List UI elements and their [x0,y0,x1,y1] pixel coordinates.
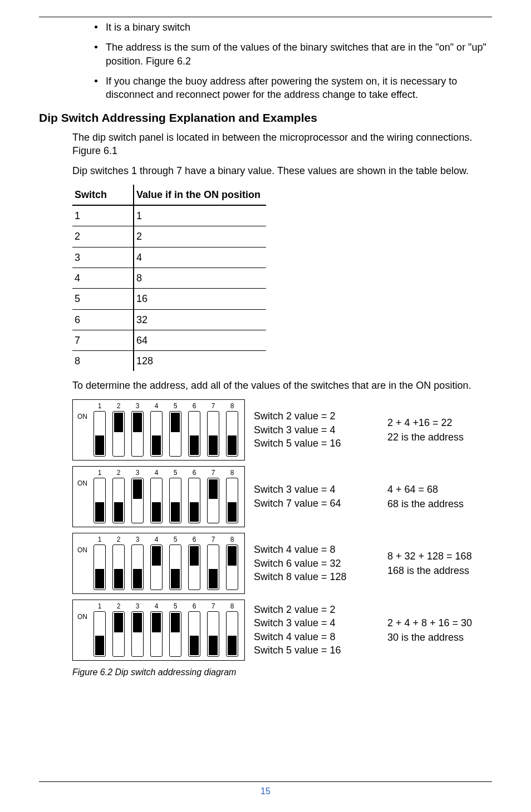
slot-track [207,611,219,657]
slot-number: 8 [230,402,234,410]
slot-number: 3 [136,469,140,477]
cell-value: 64 [134,330,266,350]
slot-knob [95,636,104,655]
on-label: ON [77,546,92,554]
slot-number: 5 [174,602,178,610]
dip-switch-slot: 5 [168,469,183,523]
dip-switch-slot: 3 [130,402,145,457]
dip-switch-slot: 3 [130,602,145,657]
on-label: ON [77,612,92,621]
slot-number: 5 [174,469,178,477]
paragraph: The dip switch panel is located in betwe… [72,131,492,158]
dip-switch-panel: ON12345678 [72,533,245,594]
slot-track [169,478,181,523]
slot-knob [152,435,161,455]
dip-switch-slot: 4 [149,402,164,457]
slot-track [207,478,219,523]
slot-knob [114,569,123,588]
slot-track [188,611,200,657]
slot-knob [228,636,237,655]
result-line: 168 is the address [387,563,492,578]
dip-result: 8 + 32 + 128 = 168168 is the address [387,549,492,578]
slot-knob [209,435,218,455]
bullet-list: It is a binary switch The address is the… [39,21,492,101]
slot-knob [190,546,199,566]
bullet-text: If you change the buoy address after pow… [106,76,457,100]
cell-switch: 3 [72,247,134,268]
dip-result: 2 + 4 +16 = 2222 is the address [387,415,492,444]
slot-number: 2 [117,402,121,410]
table-row: 48 [72,268,266,288]
bullet-text: It is a binary switch [106,22,190,33]
slot-number: 3 [136,602,140,610]
dip-result: 2 + 4 + 8 + 16 = 3030 is the address [387,616,492,645]
dip-switch-slot: 5 [168,536,183,590]
slot-track [150,544,163,590]
result-line: 2 + 4 + 8 + 16 = 30 [387,616,492,630]
dip-explain: Switch 4 value = 8Switch 6 value = 32Swi… [254,543,378,583]
table-row: 34 [72,247,266,268]
dip-switch-slot: 2 [111,536,126,590]
dip-example-row: ON12345678Switch 2 value = 2Switch 3 val… [72,600,492,661]
slot-number: 6 [193,602,196,610]
paragraph: To determine the address, add all of the… [72,379,492,392]
slot-knob [95,435,104,455]
slot-knob [209,479,218,499]
slot-number: 5 [174,402,178,410]
slot-number: 2 [117,469,121,477]
slot-number: 1 [98,469,102,477]
dip-switch-slot: 8 [224,402,240,457]
slot-knob [133,569,142,588]
dip-switch-slot: 6 [186,402,202,457]
dip-explain: Switch 3 value = 4Switch 7 value = 64 [254,483,378,510]
list-item: It is a binary switch [95,21,492,34]
explain-line: Switch 2 value = 2 [254,409,378,423]
slot-track [169,411,181,457]
table-row: 764 [72,330,266,350]
dip-switch-panel: ON12345678 [72,399,245,461]
slot-number: 4 [155,602,159,610]
list-item: The address is the sum of the values of … [95,41,492,68]
slot-knob [133,479,142,499]
slot-knob [209,636,218,655]
slot-number: 6 [193,469,196,477]
slot-knob [95,569,104,588]
dip-switch-slot: 2 [111,602,126,657]
body-block: The dip switch panel is located in betwe… [39,131,492,661]
explain-line: Switch 5 value = 16 [254,437,378,450]
dip-switch-slot: 8 [224,469,240,523]
slot-knob [152,613,161,632]
slot-knob [190,435,199,455]
explain-line: Switch 2 value = 2 [254,603,378,616]
table-header-value: Value if in the ON position [134,185,266,205]
slot-number: 8 [230,469,234,477]
table-row: 516 [72,289,266,309]
explain-line: Switch 4 value = 8 [254,543,378,556]
explain-line: Switch 5 value = 16 [254,643,378,657]
explain-line: Switch 3 value = 4 [254,616,378,630]
dip-switch-slot: 2 [111,469,126,523]
page-footer: 15 [39,781,492,798]
cell-value: 1 [134,205,266,226]
table-row: 8128 [72,351,266,372]
slot-track [131,611,144,657]
slot-number: 8 [230,602,234,610]
dip-switch-slot: 7 [205,402,221,457]
dip-switch-panel: ON12345678 [72,600,245,661]
slot-knob [133,613,142,632]
slot-knob [228,435,237,455]
slot-track [188,411,200,457]
slot-knob [171,502,180,522]
slot-number: 3 [136,402,140,410]
dip-switch-slot: 7 [205,469,221,523]
dip-switch-slot: 8 [224,602,240,657]
slot-number: 4 [155,402,159,410]
cell-value: 8 [134,268,266,288]
dip-switch-slot: 6 [186,602,202,657]
slot-number: 4 [155,469,159,477]
result-line: 30 is the address [387,630,492,645]
slot-number: 3 [136,536,140,543]
slot-number: 7 [212,402,215,410]
dip-switch-slot: 4 [149,602,164,657]
slot-knob [209,569,218,588]
